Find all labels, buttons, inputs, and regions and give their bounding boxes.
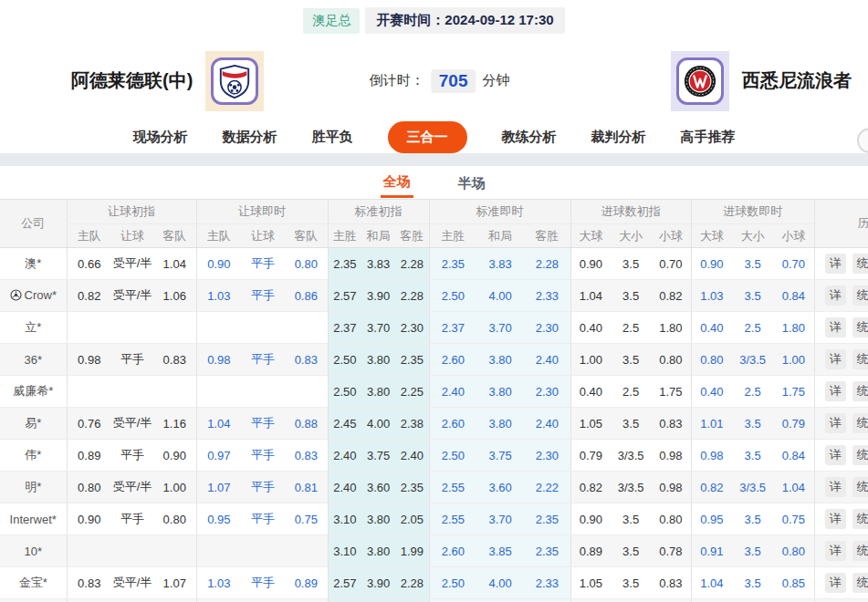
detail-button[interactable]: 详	[825, 541, 846, 561]
odds-cell: 0.97	[196, 440, 241, 472]
stats-button[interactable]: 统	[852, 254, 868, 274]
detail-button[interactable]: 详	[825, 413, 846, 433]
odds-cell: 0.40	[570, 376, 611, 408]
odds-cell: 受平/半	[111, 280, 153, 312]
odds-cell	[67, 535, 111, 567]
odds-cell: 0.98	[691, 440, 732, 472]
odds-cell: 0.70	[773, 248, 814, 280]
odds-cell: 0.80	[153, 503, 196, 535]
company-name: Crow*	[25, 288, 57, 302]
stats-button[interactable]: 统	[852, 349, 868, 369]
company-cell: Crow*	[0, 280, 67, 312]
table-row: 36*0.98平手0.830.98平手0.832.503.802.352.603…	[0, 344, 868, 376]
company-cell: 澳*	[0, 248, 67, 280]
detail-button[interactable]: 详	[825, 445, 846, 465]
nav-tab-数据分析[interactable]: 数据分析	[223, 129, 277, 146]
stats-button[interactable]: 统	[852, 285, 868, 306]
odds-cell: 2.35	[524, 535, 570, 567]
odds-table: 公司 让球初指 让球即时 标准初指 标准即时 进球数初指 进球数即时 历史 主队…	[0, 199, 868, 602]
company-name: 明*	[25, 479, 41, 495]
countdown-value: 705	[431, 69, 476, 93]
odds-cell: 0.89	[67, 440, 111, 472]
odds-cell: 3.75	[476, 440, 524, 472]
odds-cell: 3.80	[361, 376, 395, 408]
company-name: 金宝*	[19, 575, 47, 591]
odds-cell: 3.90	[361, 567, 395, 599]
odds-cell: 2.60	[429, 408, 476, 440]
stats-button[interactable]: 统	[852, 509, 868, 529]
subtab-半场[interactable]: 半场	[455, 169, 488, 197]
detail-button[interactable]: 详	[825, 317, 846, 337]
subtab-全场[interactable]: 全场	[381, 167, 413, 198]
table-row: 伟*0.89平手0.900.97平手0.832.403.752.402.503.…	[0, 440, 868, 472]
match-header: 阿德莱德联(中) 倒计时： 705 分钟	[0, 41, 868, 120]
home-team-logo-icon	[211, 57, 258, 105]
nav-tab-教练分析[interactable]: 教练分析	[502, 129, 557, 146]
odds-cell: 0.91	[691, 535, 732, 567]
odds-cell: 平手	[241, 472, 285, 503]
company-cell: 10*	[0, 535, 67, 567]
odds-cell: 3.5	[611, 503, 651, 535]
odds-cell: 平手	[241, 344, 285, 376]
odds-cell: 2.37	[328, 312, 361, 344]
odds-cell: 3.5	[732, 503, 773, 535]
stats-button[interactable]: 统	[852, 573, 868, 593]
detail-button[interactable]: 详	[825, 509, 846, 529]
detail-button[interactable]: 详	[825, 285, 846, 306]
odds-cell: 3.5	[732, 535, 773, 567]
detail-button[interactable]: 详	[825, 381, 846, 401]
stats-button[interactable]: 统	[852, 541, 868, 561]
table-row: 立*2.373.702.302.373.702.300.402.51.800.4…	[0, 312, 868, 344]
nav-tab-现场分析[interactable]: 现场分析	[133, 129, 188, 146]
odds-cell: 4.00	[476, 567, 524, 599]
odds-cell: 1.04	[570, 280, 611, 312]
away-team-name: 西悉尼流浪者	[742, 68, 852, 93]
countdown-label: 倒计时：	[370, 72, 424, 89]
odds-cell: 1.00	[773, 344, 814, 376]
company-cell: Interwet*	[0, 503, 67, 535]
nav-tab-胜平负[interactable]: 胜平负	[312, 129, 353, 146]
detail-button[interactable]: 详	[825, 254, 846, 274]
company-cell: 36*	[0, 344, 67, 376]
detail-button[interactable]: 详	[825, 477, 846, 497]
detail-button[interactable]: 详	[825, 573, 846, 593]
detail-button[interactable]: 详	[825, 349, 846, 369]
col-header: 客队	[285, 224, 328, 248]
odds-cell: 1.75	[651, 376, 691, 408]
league-badge[interactable]: 澳足总	[303, 8, 360, 34]
row-actions-cell: 详统	[814, 503, 868, 535]
company-cell: 伟*	[0, 440, 67, 472]
odds-cell: 3.5	[732, 408, 773, 440]
col-header: 和局	[361, 224, 395, 248]
nav-tab-三合一[interactable]: 三合一	[388, 121, 467, 153]
odds-cell: 0.90	[196, 248, 241, 280]
odds-cell: 0.98	[651, 440, 691, 472]
stats-button[interactable]: 统	[852, 413, 868, 433]
odds-cell	[241, 376, 285, 408]
stats-button[interactable]: 统	[852, 477, 868, 497]
odds-cell: 0.40	[691, 312, 732, 344]
stats-button[interactable]: 统	[852, 317, 868, 337]
odds-cell	[111, 376, 153, 408]
odds-cell: 0.89	[285, 567, 328, 599]
odds-cell	[524, 599, 570, 602]
odds-cell: 2.35	[524, 503, 570, 535]
stats-button[interactable]: 统	[852, 381, 868, 401]
row-actions-cell: 详统	[814, 535, 868, 567]
odds-cell: 2.40	[328, 472, 361, 503]
odds-cell: 0.83	[285, 344, 328, 376]
odds-cell: 0.75	[285, 503, 328, 535]
odds-cell: 0.90	[570, 248, 611, 280]
home-team-logo	[205, 51, 264, 111]
odds-cell: 0.83	[153, 344, 196, 376]
nav-tab-裁判分析[interactable]: 裁判分析	[591, 129, 646, 146]
nav-tab-高手推荐[interactable]: 高手推荐	[681, 129, 736, 146]
odds-cell	[429, 599, 476, 602]
odds-cell: 0.80	[691, 344, 732, 376]
odds-cell: 0.82	[67, 280, 111, 312]
odds-cell: 2.28	[395, 248, 429, 280]
odds-cell	[285, 535, 328, 567]
odds-cell	[153, 535, 196, 567]
stats-button[interactable]: 统	[852, 445, 868, 465]
floating-widget-button[interactable]	[857, 128, 868, 153]
